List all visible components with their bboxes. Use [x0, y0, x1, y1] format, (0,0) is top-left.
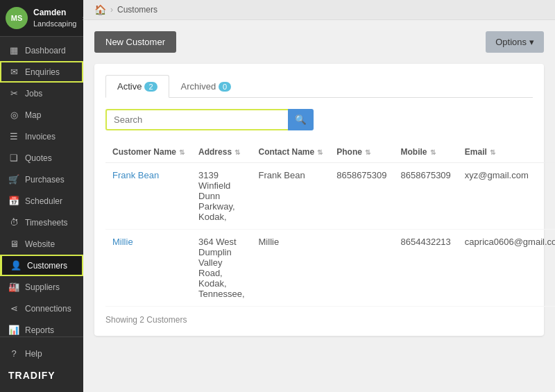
sidebar-item-label: Enquiries: [25, 67, 60, 77]
customer-name-link[interactable]: Frank Bean: [112, 170, 159, 180]
breadcrumb-separator: ›: [110, 5, 113, 15]
search-input[interactable]: [105, 109, 288, 130]
dashboard-icon: ▦: [8, 45, 19, 56]
company-info: Camden Landscaping: [33, 8, 76, 28]
sidebar-footer: ? Help TRADIFY: [0, 336, 83, 392]
sidebar-item-customers[interactable]: 👤 Customers: [0, 255, 83, 276]
sidebar-item-label: Invoices: [25, 132, 56, 142]
table-header: Customer Name⇅Address⇅Contact Name⇅Phone…: [105, 142, 555, 163]
email-cell: caprica0606@gmail.com: [458, 230, 555, 307]
showing-label: Showing 2 Customers: [105, 315, 533, 325]
sidebar-item-label: Quotes: [25, 153, 52, 163]
purchases-icon: 🛒: [8, 174, 19, 185]
map-icon: ◎: [8, 110, 19, 120]
dropdown-icon: ▾: [529, 37, 534, 47]
customer-name-cell: Frank Bean: [105, 163, 191, 230]
avatar: MS: [6, 7, 28, 29]
sidebar-item-label: Map: [25, 110, 41, 120]
sidebar-item-jobs[interactable]: ✂ Jobs: [0, 83, 83, 104]
quotes-icon: ❑: [8, 153, 19, 163]
column-label: Address: [198, 147, 232, 157]
sidebar-item-connections[interactable]: ⋖ Connections: [0, 298, 83, 319]
sidebar-item-label: Customers: [27, 261, 67, 271]
sort-icon: ⇅: [365, 148, 370, 156]
table-column-header[interactable]: Customer Name⇅: [105, 142, 191, 163]
scheduler-icon: 📅: [8, 196, 19, 206]
tab-badge: 0: [219, 82, 231, 92]
sidebar-item-map[interactable]: ◎ Map: [0, 104, 83, 126]
sort-icon: ⇅: [490, 148, 495, 156]
contact-name-cell: Millie: [252, 230, 330, 307]
table-row: Millie 364 West Dumplin Valley Road, Kod…: [105, 230, 555, 307]
invoices-icon: ☰: [8, 131, 19, 142]
help-icon: ?: [8, 348, 19, 359]
sidebar-item-quotes[interactable]: ❑ Quotes: [0, 147, 83, 169]
table-column-header[interactable]: Phone⇅: [330, 142, 393, 163]
contact-name-cell: Frank Bean: [252, 163, 330, 230]
sidebar-item-label: Website: [25, 239, 55, 249]
timesheets-icon: ⏱: [8, 217, 19, 228]
sidebar-item-reports[interactable]: 📊 Reports: [0, 319, 83, 336]
sidebar-item-label: Reports: [25, 325, 54, 335]
table-column-header[interactable]: Email⇅: [458, 142, 555, 163]
table-row: Frank Bean 3139 Winfield Dunn Parkway, K…: [105, 163, 555, 230]
sidebar-item-website[interactable]: 🖥 Website: [0, 233, 83, 255]
customers-card: Active2Archived0 🔍 Customer Name⇅Address…: [94, 64, 544, 336]
sort-icon: ⇅: [430, 148, 436, 156]
search-icon: 🔍: [295, 114, 307, 125]
column-label: Phone: [336, 147, 362, 157]
sidebar-item-suppliers[interactable]: 🏭 Suppliers: [0, 276, 83, 298]
sidebar-item-label: Connections: [25, 304, 71, 314]
column-label: Email: [465, 147, 487, 157]
sidebar-item-label: Dashboard: [25, 46, 66, 56]
sidebar-item-label: Purchases: [25, 175, 65, 185]
connections-icon: ⋖: [8, 303, 19, 314]
address-cell: 3139 Winfield Dunn Parkway, Kodak,: [191, 163, 252, 230]
jobs-icon: ✂: [8, 88, 19, 99]
sidebar-header[interactable]: MS Camden Landscaping ›: [0, 0, 83, 37]
customers-table: Customer Name⇅Address⇅Contact Name⇅Phone…: [105, 142, 555, 307]
sidebar-item-label: Suppliers: [25, 282, 60, 292]
sidebar-item-dashboard[interactable]: ▦ Dashboard: [0, 40, 83, 61]
customer-name-cell: Millie: [105, 230, 191, 307]
sidebar-item-purchases[interactable]: 🛒 Purchases: [0, 169, 83, 190]
tabs: Active2Archived0: [105, 75, 533, 98]
options-label: Options: [495, 37, 527, 47]
tab-active[interactable]: Active2: [105, 75, 169, 98]
sort-icon: ⇅: [179, 148, 185, 156]
table-column-header[interactable]: Mobile⇅: [394, 142, 458, 163]
email-cell: xyz@gmail.com: [458, 163, 555, 230]
customer-name-link[interactable]: Millie: [112, 237, 133, 247]
mobile-cell: 8654432213: [394, 230, 458, 307]
phone-cell: [330, 230, 393, 307]
options-button[interactable]: Options ▾: [486, 31, 544, 53]
search-button[interactable]: 🔍: [288, 109, 314, 130]
sidebar-item-label: Jobs: [25, 89, 42, 99]
tab-badge: 2: [144, 82, 157, 92]
sidebar-item-scheduler[interactable]: 📅 Scheduler: [0, 190, 83, 212]
sidebar-item-help[interactable]: ? Help: [0, 343, 83, 364]
new-customer-button[interactable]: New Customer: [94, 31, 176, 53]
table-column-header[interactable]: Address⇅: [191, 142, 252, 163]
search-bar: 🔍: [105, 109, 314, 130]
sidebar-item-label: Timesheets: [25, 218, 68, 228]
sort-icon: ⇅: [317, 148, 323, 156]
phone-cell: 8658675309: [330, 163, 393, 230]
page-toolbar: New Customer Options ▾: [94, 31, 544, 53]
sidebar-item-label: Help: [25, 349, 42, 359]
home-icon[interactable]: 🏠: [94, 4, 106, 15]
sidebar-item-enquiries[interactable]: ✉ Enquiries: [0, 61, 83, 83]
column-label: Customer Name: [112, 147, 176, 157]
tab-archived[interactable]: Archived0: [169, 75, 244, 97]
table-body: Frank Bean 3139 Winfield Dunn Parkway, K…: [105, 163, 555, 307]
sidebar-item-timesheets[interactable]: ⏱ Timesheets: [0, 212, 83, 233]
sidebar-item-invoices[interactable]: ☰ Invoices: [0, 126, 83, 147]
table-header-row: Customer Name⇅Address⇅Contact Name⇅Phone…: [105, 142, 555, 163]
main-content: 🏠 › Customers New Customer Options ▾ Act…: [83, 0, 555, 392]
table-column-header[interactable]: Contact Name⇅: [252, 142, 330, 163]
sidebar-nav: ▦ Dashboard ✉ Enquiries ✂ Jobs ◎ Map ☰ I…: [0, 37, 83, 336]
column-label: Mobile: [401, 147, 427, 157]
address-cell: 364 West Dumplin Valley Road, Kodak, Ten…: [191, 230, 252, 307]
sort-icon: ⇅: [234, 148, 240, 156]
sidebar-item-label: Scheduler: [25, 196, 62, 206]
